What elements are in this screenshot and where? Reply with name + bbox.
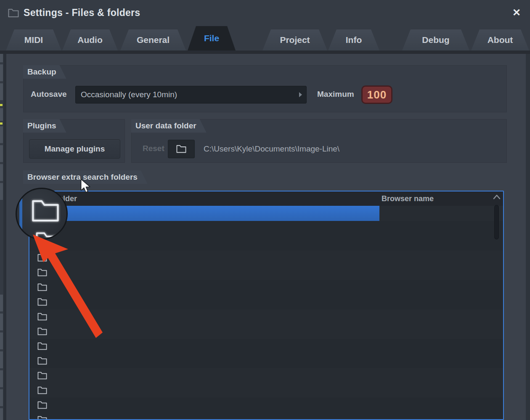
folder-icon xyxy=(37,239,48,247)
browse-folder-button[interactable] xyxy=(168,140,195,158)
table-row[interactable] xyxy=(29,383,503,398)
folder-icon xyxy=(37,283,48,292)
folder-icon xyxy=(37,415,48,420)
window-title: Settings - Files & folders xyxy=(24,7,140,19)
table-row[interactable] xyxy=(29,295,503,309)
maximum-label: Maximum xyxy=(317,90,354,99)
background-app-edge xyxy=(0,0,3,420)
folder-icon xyxy=(37,371,48,380)
table-row[interactable] xyxy=(29,412,503,420)
folder-icon xyxy=(37,253,48,262)
folder-icon xyxy=(37,342,48,351)
table-row[interactable] xyxy=(29,221,503,236)
plugins-section: Plugins Manage plugins xyxy=(23,119,125,163)
scrollbar-thumb[interactable] xyxy=(494,205,499,239)
maximum-value: 100 xyxy=(367,88,387,101)
table-scrollbar[interactable] xyxy=(491,192,502,420)
autosave-dropdown-value: Occasionally (every 10min) xyxy=(81,86,177,103)
dropdown-arrow-icon xyxy=(299,92,302,97)
browser-folders-table[interactable]: Folder Browser name xyxy=(29,191,504,420)
window-folder-icon xyxy=(8,8,19,20)
tab-midi[interactable]: MIDI xyxy=(6,29,61,51)
browse-folder-icon xyxy=(176,144,187,154)
user-data-path: C:\Users\Kyle\Documents\Image-Line\ xyxy=(204,144,339,154)
reset-button[interactable]: Reset xyxy=(143,144,164,153)
folder-icon xyxy=(37,386,48,395)
table-row[interactable] xyxy=(29,324,503,339)
table-row[interactable] xyxy=(29,250,503,265)
autosave-label: Autosave xyxy=(31,90,67,99)
tab-about[interactable]: About xyxy=(471,29,529,51)
folder-icon xyxy=(37,356,48,365)
magnifier-annotation xyxy=(16,188,68,240)
close-icon[interactable]: ✕ xyxy=(510,6,523,19)
tab-project[interactable]: Project xyxy=(262,29,327,51)
maximum-value-control[interactable]: 100 xyxy=(361,85,392,104)
folder-icon xyxy=(37,401,48,409)
scrollbar-up-icon[interactable] xyxy=(493,194,501,200)
tab-bar: MIDI Audio General File Project Info Deb… xyxy=(0,26,530,51)
tab-audio[interactable]: Audio xyxy=(62,29,118,51)
backup-section: Backup Autosave Occasionally (every 10mi… xyxy=(23,65,507,112)
table-row[interactable] xyxy=(29,354,503,368)
table-row[interactable] xyxy=(29,309,503,324)
folder-icon xyxy=(37,298,48,306)
tab-file[interactable]: File xyxy=(188,26,236,51)
tab-content-divider xyxy=(0,51,530,54)
tab-info[interactable]: Info xyxy=(328,29,379,51)
table-row[interactable] xyxy=(29,368,503,383)
folder-icon xyxy=(37,268,48,277)
autosave-dropdown[interactable]: Occasionally (every 10min) xyxy=(75,86,307,104)
background-green-mark xyxy=(0,104,3,106)
settings-window: Settings - Files & folders ✕ MIDI Audio … xyxy=(0,0,530,420)
tab-general[interactable]: General xyxy=(120,29,186,51)
manage-plugins-button[interactable]: Manage plugins xyxy=(29,139,120,159)
table-header: Folder Browser name xyxy=(29,191,503,206)
dialog-right-border xyxy=(526,0,530,420)
magnified-folder-icon xyxy=(30,197,61,224)
folder-icon xyxy=(37,327,48,336)
table-row[interactable] xyxy=(29,280,503,295)
plugins-section-label: Plugins xyxy=(23,119,66,133)
mouse-cursor-icon xyxy=(80,178,91,194)
backup-section-label: Backup xyxy=(23,65,66,79)
title-bar: Settings - Files & folders ✕ xyxy=(0,0,530,26)
table-row[interactable] xyxy=(29,398,503,412)
magnified-table-border xyxy=(19,189,22,240)
background-green-mark xyxy=(0,122,3,125)
table-row[interactable] xyxy=(29,265,503,280)
user-data-section-label: User data folder xyxy=(131,119,207,133)
column-header-browser-name: Browser name xyxy=(382,191,434,206)
dialog-left-border xyxy=(3,0,6,420)
user-data-section: User data folder Reset C:\Users\Kyle\Doc… xyxy=(131,119,507,163)
table-row[interactable] xyxy=(29,236,503,250)
folder-icon xyxy=(37,312,48,321)
tab-debug[interactable]: Debug xyxy=(402,29,469,51)
selected-folder-row[interactable] xyxy=(29,206,379,221)
table-row[interactable] xyxy=(29,339,503,354)
